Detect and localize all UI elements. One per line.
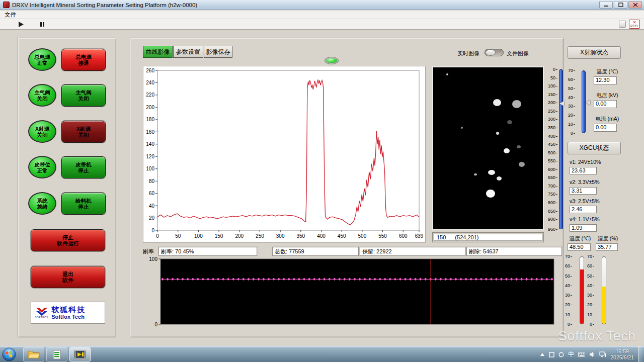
speaker-icon[interactable]: [589, 351, 595, 357]
feeder-button[interactable]: 给料机停止: [61, 193, 106, 215]
xray-voltage-value: 0.00: [594, 100, 617, 108]
led-system-ready: 系统就绪: [28, 192, 56, 215]
image-scale-thumb[interactable]: [559, 101, 564, 106]
app-icon: [3, 2, 10, 8]
xgcu-v2-label: v2: 3.3V±5%: [570, 179, 599, 185]
menu-file[interactable]: 文件: [0, 11, 21, 19]
image-mode-switch[interactable]: [485, 49, 504, 56]
xgcu-temp-label: 温度 (℃): [567, 235, 594, 242]
clock-date: 2025/6/21: [610, 354, 634, 360]
tab-image-save[interactable]: 影像保存: [204, 46, 232, 58]
screen: DRXV Intelligent Mineral Sorting Paramet…: [0, 0, 644, 362]
xgcu-humidity-label: 湿度 (%): [595, 235, 621, 242]
xray-image-panel[interactable]: [432, 66, 544, 230]
xray-current-label: 电流 (mA): [592, 116, 623, 123]
svg-text:60: 60: [149, 191, 155, 196]
svg-text:40: 40: [149, 203, 155, 209]
exit-software-button[interactable]: 退出软件: [31, 266, 105, 288]
toolbar-misc-icon[interactable]: [619, 21, 626, 28]
xgcu-v4-label: v4: 1.1V±5%: [570, 216, 599, 222]
window-titlebar[interactable]: DRXV Intelligent Mineral Sorting Paramet…: [0, 0, 644, 10]
ime-language-indicator[interactable]: 中: [568, 350, 574, 359]
xray-status-header: X射源状态: [568, 46, 621, 59]
trend-chart[interactable]: 1000: [143, 257, 562, 328]
folder-icon: [28, 350, 40, 359]
svg-text:240: 240: [146, 80, 154, 85]
switch-knob: [486, 49, 496, 56]
xgcu-humidity-value: 35.77: [596, 243, 618, 251]
close-button[interactable]: [628, 1, 642, 9]
network-icon[interactable]: [599, 351, 606, 357]
svg-text:20: 20: [149, 215, 155, 221]
window-title: DRXV Intelligent Mineral Sorting Paramet…: [12, 2, 197, 8]
labview-icon: [74, 350, 86, 359]
svg-text:150: 150: [215, 233, 223, 239]
svg-text:500: 500: [358, 233, 367, 239]
xray-temp-label: 温度 (℃): [592, 68, 623, 75]
svg-text:0: 0: [154, 322, 157, 327]
xray-gauge-thumb[interactable]: [586, 100, 590, 105]
maximize-button[interactable]: [614, 1, 627, 9]
file-image-label: 文件图像: [507, 50, 529, 57]
hidden-icons-button[interactable]: [540, 352, 545, 356]
xgcu-v3-label: v3: 2.5V±5%: [570, 198, 599, 204]
tray-app-icon-1[interactable]: [549, 352, 554, 357]
xray-source-button[interactable]: X射源关闭: [61, 121, 106, 143]
main-valve-button[interactable]: 主气阀关闭: [61, 84, 106, 107]
svg-text:100: 100: [149, 257, 157, 262]
xgcu-v3-value: 2.46: [570, 206, 597, 213]
xray-gauge-track[interactable]: [582, 70, 586, 133]
image-scale-slider[interactable]: 0501001502002503003504004505005506006507…: [545, 69, 563, 230]
minimize-button[interactable]: [599, 1, 613, 9]
xray-temp-value: 12.30: [594, 76, 617, 84]
svg-text:80: 80: [149, 178, 155, 184]
image-scale-track[interactable]: [559, 69, 563, 229]
softfox-logo-mark: SOFTFOX: [35, 307, 48, 319]
svg-text:350: 350: [296, 233, 305, 239]
taskbar-clock[interactable]: 16:59 2025/6/21: [610, 348, 634, 360]
pixel-coords: (524,201): [455, 234, 478, 240]
main-panel: 曲线影像 参数设置 影像保存 实时图像 文件图像 020406080100120…: [130, 38, 564, 337]
taskbar-explorer[interactable]: [23, 347, 44, 361]
reject-rate-side-label: 剔率: [143, 248, 154, 255]
svg-text:100: 100: [194, 233, 203, 239]
taskbar-labview-app[interactable]: [69, 347, 91, 361]
svg-text:0: 0: [151, 228, 154, 233]
drxv-logo: ✕ DRXV: [629, 20, 640, 29]
logo-en-text: Softfox Tech: [51, 314, 86, 320]
pause-icon[interactable]: [40, 22, 45, 27]
start-button[interactable]: [2, 347, 16, 361]
svg-text:200: 200: [235, 233, 244, 239]
temp-thermometer: [580, 256, 584, 324]
svg-text:180: 180: [146, 117, 154, 122]
tab-curve-image[interactable]: 曲线影像: [143, 46, 173, 58]
total-count-box: 总数: 77559: [272, 247, 359, 256]
line-profile-chart[interactable]: 0204060801001201401601802002202402600501…: [143, 66, 426, 243]
clock-time: 16:59: [610, 348, 634, 354]
run-icon[interactable]: [18, 21, 25, 28]
svg-text:450: 450: [338, 233, 346, 239]
svg-text:50: 50: [175, 233, 181, 239]
svg-text:100: 100: [146, 166, 154, 171]
belt-button[interactable]: 皮带机停止: [61, 156, 106, 178]
pixel-value: 150: [437, 234, 446, 240]
stop-software-button[interactable]: 停止软件运行: [31, 229, 105, 251]
taskbar: 中 16:59 2025/6/21: [0, 346, 644, 362]
svg-text:400: 400: [317, 233, 326, 239]
taskbar-document-app[interactable]: [46, 347, 67, 361]
main-power-button[interactable]: 总电源接通: [61, 49, 106, 71]
xgcu-temp-value: 48.50: [568, 243, 591, 251]
svg-text:0: 0: [156, 233, 159, 239]
xgcu-v4-value: 1.09: [570, 224, 597, 232]
tab-parameter-setting[interactable]: 参数设置: [173, 46, 203, 58]
rejected-count-box: 剔除: 54637: [466, 247, 562, 256]
temp-thermometer-scale: 706050403020100: [566, 254, 578, 327]
svg-text:639: 639: [415, 233, 424, 239]
xgcu-status-header: XGCU状态: [568, 142, 621, 154]
realtime-image-label: 实时图像: [457, 50, 479, 57]
tray-app-icon-2[interactable]: [558, 352, 564, 357]
xgcu-v1-value: 23.63: [570, 167, 597, 174]
show-desktop-button[interactable]: [638, 346, 643, 362]
svg-text:260: 260: [146, 68, 154, 73]
keyboard-icon[interactable]: [578, 352, 585, 357]
